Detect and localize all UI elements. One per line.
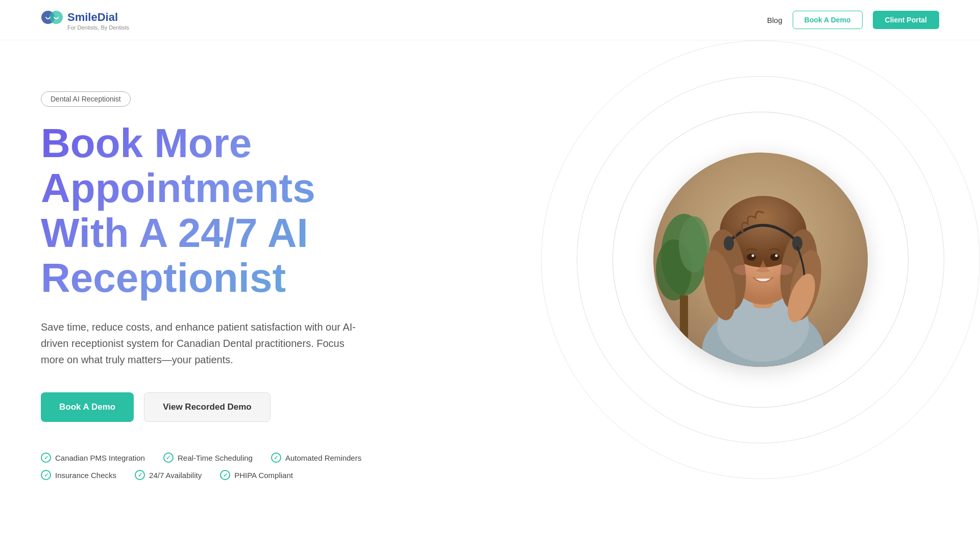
features-row-2: Insurance Checks 24/7 Availability PHIPA… bbox=[41, 470, 429, 480]
check-icon-availability bbox=[135, 470, 145, 480]
hero-image-area bbox=[429, 71, 939, 551]
hero-badge: Dental AI Receptionist bbox=[41, 91, 131, 107]
svg-point-24 bbox=[724, 236, 734, 251]
hero-view-demo-button[interactable]: View Recorded Demo bbox=[144, 392, 271, 422]
hero-subtitle: Save time, reduce costs, and enhance pat… bbox=[41, 319, 357, 368]
logo-area: SmileDial For Dentists, By Dentists bbox=[41, 9, 129, 31]
receptionist-illustration bbox=[653, 153, 868, 367]
svg-point-20 bbox=[752, 255, 754, 257]
feature-item-pms: Canadian PMS Integration bbox=[41, 453, 145, 463]
features-list: Canadian PMS Integration Real-Time Sched… bbox=[41, 453, 429, 480]
brand-tagline: For Dentists, By Dentists bbox=[67, 24, 129, 31]
decorative-circles bbox=[531, 40, 980, 489]
feature-item-phipa: PHIPA Compliant bbox=[220, 470, 293, 480]
hero-section: Dental AI Receptionist Book More Appoint… bbox=[0, 40, 980, 551]
feature-item-availability: 24/7 Availability bbox=[135, 470, 202, 480]
feature-item-scheduling: Real-Time Scheduling bbox=[163, 453, 253, 463]
check-icon-phipa bbox=[220, 470, 230, 480]
hero-buttons: Book A Demo View Recorded Demo bbox=[41, 392, 429, 422]
receptionist-image bbox=[653, 153, 868, 367]
nav-right: Blog Book A Demo Client Portal bbox=[767, 11, 939, 29]
hero-content: Dental AI Receptionist Book More Appoint… bbox=[41, 71, 429, 551]
nav-blog-link[interactable]: Blog bbox=[767, 16, 782, 24]
svg-point-22 bbox=[733, 265, 752, 275]
check-icon-scheduling bbox=[163, 453, 174, 463]
features-row-1: Canadian PMS Integration Real-Time Sched… bbox=[41, 453, 429, 463]
nav-client-portal-button[interactable]: Client Portal bbox=[873, 11, 939, 29]
feature-item-reminders: Automated Reminders bbox=[271, 453, 361, 463]
feature-label-availability: 24/7 Availability bbox=[149, 471, 202, 480]
brand-name: SmileDial bbox=[67, 11, 118, 24]
svg-point-1 bbox=[50, 11, 63, 24]
logo-icon bbox=[41, 9, 63, 26]
hero-title-line2: With A 24/7 AI Receptionist bbox=[41, 210, 308, 300]
check-icon-reminders bbox=[271, 453, 281, 463]
svg-point-23 bbox=[774, 265, 793, 275]
hero-title-line1: Book More Appointments bbox=[41, 120, 315, 211]
feature-label-phipa: PHIPA Compliant bbox=[234, 471, 293, 480]
hero-book-demo-button[interactable]: Book A Demo bbox=[41, 392, 134, 422]
feature-item-insurance: Insurance Checks bbox=[41, 470, 116, 480]
feature-label-pms: Canadian PMS Integration bbox=[55, 454, 145, 462]
navigation: SmileDial For Dentists, By Dentists Blog… bbox=[0, 0, 980, 40]
check-icon-pms bbox=[41, 453, 51, 463]
svg-point-21 bbox=[775, 255, 778, 257]
feature-label-reminders: Automated Reminders bbox=[285, 454, 361, 462]
feature-label-insurance: Insurance Checks bbox=[55, 471, 116, 480]
svg-point-18 bbox=[747, 254, 756, 261]
hero-title: Book More Appointments With A 24/7 AI Re… bbox=[41, 121, 429, 300]
feature-label-scheduling: Real-Time Scheduling bbox=[178, 454, 253, 462]
svg-point-19 bbox=[770, 254, 779, 261]
check-icon-insurance bbox=[41, 470, 51, 480]
nav-book-demo-button[interactable]: Book A Demo bbox=[793, 11, 863, 29]
